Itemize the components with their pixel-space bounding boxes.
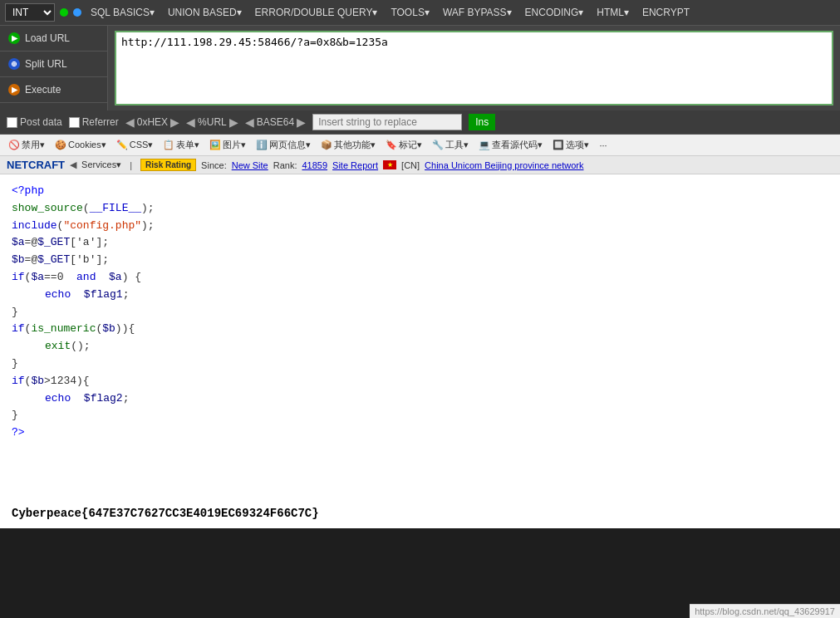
markers-label: 标记▾ <box>399 139 422 151</box>
base64-arrow-right: ▶ <box>297 115 306 129</box>
pageinfo-label: 网页信息▾ <box>269 139 311 151</box>
disable-label: 禁用▾ <box>22 139 45 151</box>
rank-value[interactable]: 41859 <box>302 160 327 170</box>
code-line-14: } <box>12 407 828 424</box>
misc-label: 其他功能▾ <box>334 139 376 151</box>
browser-btn-misc[interactable]: 📦 其他功能▾ <box>317 137 379 153</box>
load-url-button[interactable]: ▶ Load URL <box>0 26 107 52</box>
code-line-1: <?php <box>12 183 828 200</box>
menu-html[interactable]: HTML▾ <box>592 5 633 20</box>
options-icon: 🔲 <box>553 140 564 150</box>
post-data-label: Post data <box>20 116 62 128</box>
markers-icon: 🔖 <box>386 140 397 150</box>
site-report-link[interactable]: Site Report <box>332 160 378 170</box>
code-line-8: } <box>12 304 828 321</box>
cn-label: [CN] <box>401 160 420 170</box>
code-line-3: include("config.php"); <box>12 218 828 235</box>
code-line-15: ?> <box>12 424 828 442</box>
execute-icon: ▶ <box>8 84 20 96</box>
netcraft-logo: NETCRAFT <box>7 159 65 171</box>
menu-waf-bypass[interactable]: WAF BYPASS▾ <box>439 5 516 20</box>
url-input[interactable]: http://111.198.29.45:58466/?a=0x8&b=1235… <box>115 31 833 105</box>
images-label: 图片▾ <box>223 139 246 151</box>
split-url-button[interactable]: ⊕ Split URL <box>0 52 107 77</box>
code-show-source: show_source <box>12 202 83 214</box>
execute-label: Execute <box>25 84 61 96</box>
post-data-option: Post data <box>7 116 62 128</box>
code-line-4: $a=@$_GET['a']; <box>12 234 828 252</box>
post-data-checkbox[interactable] <box>7 117 17 128</box>
code-line-10: exit(); <box>12 338 828 356</box>
url-input-area: http://111.198.29.45:58466/?a=0x8&b=1235… <box>108 26 840 110</box>
referrer-option: Referrer <box>69 116 119 128</box>
cookies-icon: 🍪 <box>55 140 66 150</box>
since-label: Since: <box>201 160 227 170</box>
code-line-2: show_source(__FILE__); <box>12 200 828 218</box>
images-icon: 🖼️ <box>209 140 221 150</box>
code-php-tag: <?php <box>12 184 44 197</box>
tools-icon: 🔧 <box>432 140 444 150</box>
int-select[interactable]: INT <box>5 3 55 22</box>
referrer-checkbox[interactable] <box>69 117 80 128</box>
insert-string-input[interactable] <box>312 114 462 130</box>
isp-link[interactable]: China Unicom Beijing province network <box>425 160 583 170</box>
browser-btn-images[interactable]: 🖼️ 图片▾ <box>206 137 249 153</box>
load-url-icon: ▶ <box>8 32 20 44</box>
disable-icon: 🚫 <box>8 140 20 150</box>
menu-error-double[interactable]: ERROR/DOUBLE QUERY▾ <box>251 5 382 20</box>
rank-label: Rank: <box>273 160 297 170</box>
browser-btn-disable[interactable]: 🚫 禁用▾ <box>5 137 48 153</box>
viewsource-icon: 💻 <box>479 140 490 150</box>
green-dot-icon <box>60 8 68 17</box>
menu-union-based[interactable]: UNION BASED▾ <box>164 5 246 20</box>
url-arrow-left: ◀ <box>186 115 195 129</box>
browser-btn-viewsource[interactable]: 💻 查看源代码▾ <box>475 137 546 153</box>
result-value: Cyberpeace{647E37C7627CC3E4019EC69324F66… <box>12 507 319 520</box>
menu-encrypt[interactable]: ENCRYPT <box>638 5 694 20</box>
menu-tools[interactable]: TOOLS▾ <box>386 5 433 20</box>
base64-arrow-left: ◀ <box>245 115 254 129</box>
url-label: %URL <box>198 116 227 128</box>
code-area: <?php show_source(__FILE__); include("co… <box>0 174 840 490</box>
browser-toolbar: 🚫 禁用▾ 🍪 Cookies▾ ✏️ CSS▾ 📋 表单▾ 🖼️ 图片▾ ℹ️… <box>0 135 840 156</box>
browser-btn-pageinfo[interactable]: ℹ️ 网页信息▾ <box>253 137 314 153</box>
browser-btn-css[interactable]: ✏️ CSS▾ <box>113 138 157 152</box>
risk-rating-badge: Risk Rating <box>140 159 196 171</box>
forms-label: 表单▾ <box>176 139 199 151</box>
browser-btn-more[interactable]: ··· <box>596 139 610 152</box>
base64-label: BASE64 <box>257 116 294 128</box>
result-area: Cyberpeace{647E37C7627CC3E4019EC69324F66… <box>0 490 840 528</box>
toolbar-top: INT SQL BASICS▾ UNION BASED▾ ERROR/DOUBL… <box>0 0 840 26</box>
split-url-icon: ⊕ <box>8 58 20 70</box>
url-option: ◀ %URL ▶ <box>186 115 238 129</box>
pageinfo-icon: ℹ️ <box>256 140 268 150</box>
code-line-6: if($a==0 and $a) { <box>12 269 828 287</box>
new-site-link[interactable]: New Site <box>232 160 268 170</box>
browser-btn-forms[interactable]: 📋 表单▾ <box>160 137 203 153</box>
menu-sql-basics[interactable]: SQL BASICS▾ <box>86 5 159 20</box>
options-bar: Post data Referrer ◀ 0xHEX ▶ ◀ %URL ▶ ◀ … <box>0 110 840 135</box>
browser-btn-options[interactable]: 🔲 选项▾ <box>549 137 592 153</box>
tools-label: 工具▾ <box>445 139 469 151</box>
url-sidebar: ▶ Load URL ⊕ Split URL ▶ Execute <box>0 26 108 110</box>
browser-btn-tools[interactable]: 🔧 工具▾ <box>429 137 472 153</box>
netcraft-bar: NETCRAFT ◀ Services▾ | Risk Rating Since… <box>0 156 840 174</box>
base64-option: ◀ BASE64 ▶ <box>245 115 306 129</box>
split-url-label: Split URL <box>25 58 67 70</box>
insert-button[interactable]: Ins <box>469 114 495 130</box>
options-label: 选项▾ <box>566 139 589 151</box>
browser-btn-cookies[interactable]: 🍪 Cookies▾ <box>52 138 110 152</box>
hex-label: 0xHEX <box>137 116 168 128</box>
execute-button[interactable]: ▶ Execute <box>0 77 107 103</box>
cookies-label: Cookies▾ <box>68 140 106 150</box>
browser-btn-markers[interactable]: 🔖 标记▾ <box>382 137 425 153</box>
code-php-close: ?> <box>12 426 25 439</box>
menu-encoding[interactable]: ENCODING▾ <box>521 5 588 20</box>
code-line-12: if($b>1234){ <box>12 373 828 390</box>
viewsource-label: 查看源代码▾ <box>492 139 543 151</box>
code-line-9: if(is_numeric($b)){ <box>12 321 828 338</box>
css-label: CSS▾ <box>130 140 154 150</box>
netcraft-services[interactable]: Services▾ <box>81 159 121 170</box>
code-line-13: echo $flag2; <box>12 390 828 408</box>
hex-arrow-right: ▶ <box>170 115 179 129</box>
